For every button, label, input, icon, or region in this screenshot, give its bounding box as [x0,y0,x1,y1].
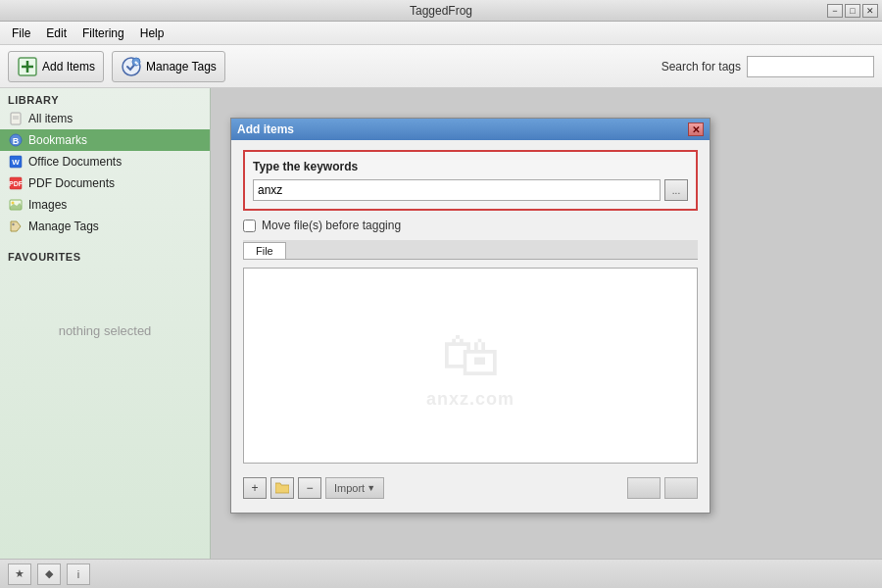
menu-file[interactable]: File [4,22,38,44]
menu-filtering[interactable]: Filtering [74,22,132,44]
toolbar: Add Items ✎ Manage Tags Search for tags [0,45,882,88]
remove-button[interactable]: − [298,477,321,499]
word-icon: W [8,154,24,170]
sidebar-item-images[interactable]: Images [0,194,210,216]
move-files-checkbox-row: Move file(s) before tagging [243,219,698,232]
manage-tags-button[interactable]: ✎ Manage Tags [112,51,225,82]
browse-button[interactable]: ... [664,179,688,201]
search-input[interactable] [747,56,874,77]
menu-edit[interactable]: Edit [38,22,74,44]
watermark-icon: 🛍 [426,321,514,389]
sidebar-item-all-items[interactable]: All items [0,108,210,129]
ok-button[interactable] [627,477,661,499]
svg-point-17 [12,223,14,225]
tag-icon [8,219,24,234]
dialog-body: Type the keywords ... Move file(s) befor… [231,140,710,513]
sidebar-item-manage-tags[interactable]: Manage Tags [0,216,210,237]
dialog-close-button[interactable]: ✕ [688,122,704,136]
keywords-row: ... [253,179,688,201]
sidebar-item-manage-tags-label: Manage Tags [28,220,99,233]
sidebar-item-images-label: Images [28,198,67,212]
sidebar-item-office-docs[interactable]: W Office Documents [0,151,210,172]
image-icon [8,197,24,213]
status-bar: ★ ◆ i [0,559,882,588]
library-section-label: LIBRARY [0,88,210,108]
file-tab[interactable]: File [243,242,286,259]
pdf-icon: PDF [8,175,24,191]
dialog-title-bar: Add items ✕ [231,119,710,140]
watermark: 🛍 anxz.com [426,321,514,410]
add-items-dialog: Add items ✕ Type the keywords ... [230,118,710,514]
add-items-button[interactable]: Add Items [8,51,104,82]
add-items-icon [17,56,38,77]
sidebar-item-office-docs-label: Office Documents [28,155,122,169]
svg-text:B: B [13,136,20,146]
sidebar-item-pdf-docs-label: PDF Documents [28,176,115,190]
sidebar-item-all-items-label: All items [28,112,73,125]
menu-help[interactable]: Help [132,22,172,44]
add-folder-button[interactable] [270,477,294,499]
minimize-button[interactable]: − [827,4,843,18]
tag-button[interactable]: ◆ [37,564,61,585]
file-list-area: 🛍 anxz.com [243,268,698,464]
search-section: Search for tags [662,56,874,77]
close-button[interactable]: ✕ [862,4,878,18]
nothing-selected-text: nothing selected [0,304,210,358]
info-button[interactable]: i [67,564,90,585]
keywords-input[interactable] [253,179,661,201]
sidebar-item-bookmarks-label: Bookmarks [28,133,87,147]
move-files-checkbox[interactable] [243,220,256,232]
add-items-label: Add Items [42,60,95,74]
search-label: Search for tags [662,60,741,74]
dialog-title: Add items [237,122,294,136]
maximize-button[interactable]: □ [845,4,860,18]
file-icon [8,111,24,126]
add-file-button[interactable]: + [243,477,267,499]
window-controls: − □ ✕ [827,4,878,18]
watermark-text: anxz.com [426,389,514,410]
star-button[interactable]: ★ [8,564,31,585]
import-button[interactable]: Import ▼ [325,477,384,499]
sidebar-item-pdf-docs[interactable]: PDF PDF Documents [0,172,210,194]
manage-tags-icon: ✎ [121,56,142,77]
sidebar-item-bookmarks[interactable]: B Bookmarks [0,129,210,151]
content-area: Add items ✕ Type the keywords ... [211,88,882,559]
keywords-label: Type the keywords [253,160,688,173]
dialog-tab-bar: File [243,240,698,260]
svg-text:W: W [12,158,20,167]
keywords-section: Type the keywords ... [243,150,698,211]
cancel-button[interactable] [664,477,698,499]
bookmark-icon: B [8,132,24,148]
dialog-overlay: Add items ✕ Type the keywords ... [211,88,882,559]
dialog-bottom-bar: + − Import ▼ [243,471,698,503]
svg-text:✎: ✎ [134,60,139,66]
favourites-section-label: FAVOURITES [0,245,210,265]
sidebar: LIBRARY All items B Bookmarks [0,88,211,559]
manage-tags-label: Manage Tags [146,60,217,74]
move-files-label: Move file(s) before tagging [262,219,401,232]
title-bar: TaggedFrog − □ ✕ [0,0,882,22]
svg-text:PDF: PDF [9,180,23,187]
menu-bar: File Edit Filtering Help [0,22,882,45]
main-layout: LIBRARY All items B Bookmarks [0,88,882,559]
window-title: TaggedFrog [410,4,472,18]
